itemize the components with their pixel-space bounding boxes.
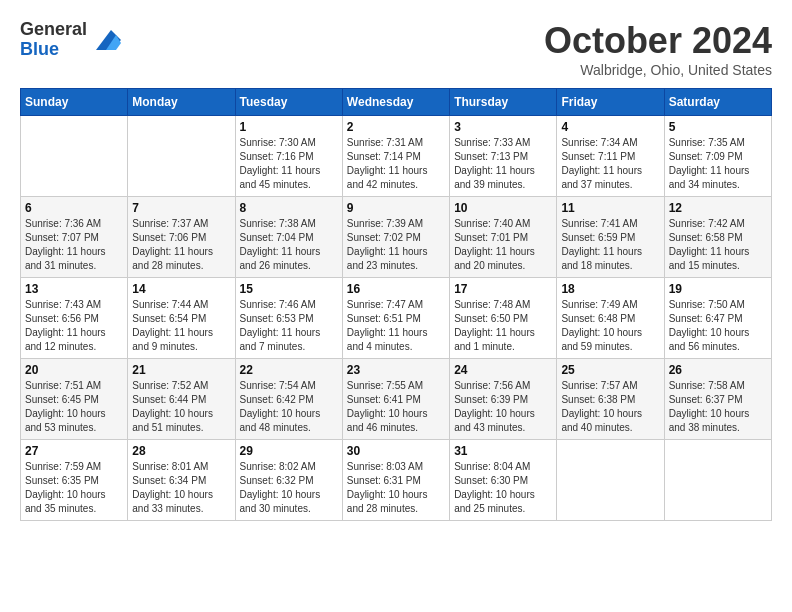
day-number: 7 [132, 201, 230, 215]
day-number: 11 [561, 201, 659, 215]
calendar-cell: 5Sunrise: 7:35 AM Sunset: 7:09 PM Daylig… [664, 116, 771, 197]
calendar-cell: 17Sunrise: 7:48 AM Sunset: 6:50 PM Dayli… [450, 278, 557, 359]
calendar-cell: 19Sunrise: 7:50 AM Sunset: 6:47 PM Dayli… [664, 278, 771, 359]
day-number: 21 [132, 363, 230, 377]
day-info: Sunrise: 7:44 AM Sunset: 6:54 PM Dayligh… [132, 298, 230, 354]
weekday-tuesday: Tuesday [235, 89, 342, 116]
calendar-cell: 7Sunrise: 7:37 AM Sunset: 7:06 PM Daylig… [128, 197, 235, 278]
day-number: 25 [561, 363, 659, 377]
day-number: 27 [25, 444, 123, 458]
day-info: Sunrise: 7:52 AM Sunset: 6:44 PM Dayligh… [132, 379, 230, 435]
calendar-cell: 16Sunrise: 7:47 AM Sunset: 6:51 PM Dayli… [342, 278, 449, 359]
day-info: Sunrise: 7:36 AM Sunset: 7:07 PM Dayligh… [25, 217, 123, 273]
calendar-cell [664, 440, 771, 521]
day-number: 28 [132, 444, 230, 458]
day-number: 15 [240, 282, 338, 296]
day-info: Sunrise: 7:40 AM Sunset: 7:01 PM Dayligh… [454, 217, 552, 273]
day-info: Sunrise: 7:51 AM Sunset: 6:45 PM Dayligh… [25, 379, 123, 435]
day-info: Sunrise: 8:04 AM Sunset: 6:30 PM Dayligh… [454, 460, 552, 516]
logo: General Blue [20, 20, 121, 60]
calendar-cell: 8Sunrise: 7:38 AM Sunset: 7:04 PM Daylig… [235, 197, 342, 278]
day-number: 14 [132, 282, 230, 296]
day-info: Sunrise: 7:50 AM Sunset: 6:47 PM Dayligh… [669, 298, 767, 354]
calendar-cell: 6Sunrise: 7:36 AM Sunset: 7:07 PM Daylig… [21, 197, 128, 278]
day-number: 1 [240, 120, 338, 134]
day-info: Sunrise: 7:59 AM Sunset: 6:35 PM Dayligh… [25, 460, 123, 516]
location: Walbridge, Ohio, United States [544, 62, 772, 78]
calendar-week-5: 27Sunrise: 7:59 AM Sunset: 6:35 PM Dayli… [21, 440, 772, 521]
calendar-cell: 4Sunrise: 7:34 AM Sunset: 7:11 PM Daylig… [557, 116, 664, 197]
day-info: Sunrise: 7:46 AM Sunset: 6:53 PM Dayligh… [240, 298, 338, 354]
calendar-cell: 23Sunrise: 7:55 AM Sunset: 6:41 PM Dayli… [342, 359, 449, 440]
day-number: 22 [240, 363, 338, 377]
day-number: 5 [669, 120, 767, 134]
day-number: 2 [347, 120, 445, 134]
day-info: Sunrise: 7:37 AM Sunset: 7:06 PM Dayligh… [132, 217, 230, 273]
page-header: General Blue October 2024 Walbridge, Ohi… [20, 20, 772, 78]
day-number: 20 [25, 363, 123, 377]
calendar-cell: 9Sunrise: 7:39 AM Sunset: 7:02 PM Daylig… [342, 197, 449, 278]
calendar-cell: 22Sunrise: 7:54 AM Sunset: 6:42 PM Dayli… [235, 359, 342, 440]
calendar-cell: 31Sunrise: 8:04 AM Sunset: 6:30 PM Dayli… [450, 440, 557, 521]
calendar-cell: 15Sunrise: 7:46 AM Sunset: 6:53 PM Dayli… [235, 278, 342, 359]
calendar-cell: 10Sunrise: 7:40 AM Sunset: 7:01 PM Dayli… [450, 197, 557, 278]
day-number: 29 [240, 444, 338, 458]
weekday-saturday: Saturday [664, 89, 771, 116]
day-info: Sunrise: 7:54 AM Sunset: 6:42 PM Dayligh… [240, 379, 338, 435]
weekday-friday: Friday [557, 89, 664, 116]
day-number: 8 [240, 201, 338, 215]
day-number: 31 [454, 444, 552, 458]
day-info: Sunrise: 7:30 AM Sunset: 7:16 PM Dayligh… [240, 136, 338, 192]
weekday-thursday: Thursday [450, 89, 557, 116]
calendar-cell: 14Sunrise: 7:44 AM Sunset: 6:54 PM Dayli… [128, 278, 235, 359]
calendar-cell: 11Sunrise: 7:41 AM Sunset: 6:59 PM Dayli… [557, 197, 664, 278]
calendar-cell: 12Sunrise: 7:42 AM Sunset: 6:58 PM Dayli… [664, 197, 771, 278]
day-info: Sunrise: 7:47 AM Sunset: 6:51 PM Dayligh… [347, 298, 445, 354]
day-info: Sunrise: 7:56 AM Sunset: 6:39 PM Dayligh… [454, 379, 552, 435]
day-info: Sunrise: 7:49 AM Sunset: 6:48 PM Dayligh… [561, 298, 659, 354]
day-number: 17 [454, 282, 552, 296]
day-info: Sunrise: 7:35 AM Sunset: 7:09 PM Dayligh… [669, 136, 767, 192]
weekday-sunday: Sunday [21, 89, 128, 116]
day-info: Sunrise: 7:34 AM Sunset: 7:11 PM Dayligh… [561, 136, 659, 192]
calendar-cell: 3Sunrise: 7:33 AM Sunset: 7:13 PM Daylig… [450, 116, 557, 197]
day-number: 10 [454, 201, 552, 215]
calendar-body: 1Sunrise: 7:30 AM Sunset: 7:16 PM Daylig… [21, 116, 772, 521]
day-info: Sunrise: 7:58 AM Sunset: 6:37 PM Dayligh… [669, 379, 767, 435]
logo-text: General Blue [20, 20, 87, 60]
calendar-cell: 2Sunrise: 7:31 AM Sunset: 7:14 PM Daylig… [342, 116, 449, 197]
day-number: 12 [669, 201, 767, 215]
calendar-cell: 24Sunrise: 7:56 AM Sunset: 6:39 PM Dayli… [450, 359, 557, 440]
day-info: Sunrise: 7:41 AM Sunset: 6:59 PM Dayligh… [561, 217, 659, 273]
day-info: Sunrise: 7:43 AM Sunset: 6:56 PM Dayligh… [25, 298, 123, 354]
day-info: Sunrise: 7:38 AM Sunset: 7:04 PM Dayligh… [240, 217, 338, 273]
day-info: Sunrise: 7:42 AM Sunset: 6:58 PM Dayligh… [669, 217, 767, 273]
day-info: Sunrise: 8:01 AM Sunset: 6:34 PM Dayligh… [132, 460, 230, 516]
logo-blue: Blue [20, 39, 59, 59]
calendar-cell: 1Sunrise: 7:30 AM Sunset: 7:16 PM Daylig… [235, 116, 342, 197]
weekday-monday: Monday [128, 89, 235, 116]
calendar-cell: 13Sunrise: 7:43 AM Sunset: 6:56 PM Dayli… [21, 278, 128, 359]
day-info: Sunrise: 7:33 AM Sunset: 7:13 PM Dayligh… [454, 136, 552, 192]
calendar-cell: 20Sunrise: 7:51 AM Sunset: 6:45 PM Dayli… [21, 359, 128, 440]
calendar-cell: 18Sunrise: 7:49 AM Sunset: 6:48 PM Dayli… [557, 278, 664, 359]
calendar-week-3: 13Sunrise: 7:43 AM Sunset: 6:56 PM Dayli… [21, 278, 772, 359]
logo-icon [91, 25, 121, 55]
title-area: October 2024 Walbridge, Ohio, United Sta… [544, 20, 772, 78]
day-number: 26 [669, 363, 767, 377]
calendar-cell: 21Sunrise: 7:52 AM Sunset: 6:44 PM Dayli… [128, 359, 235, 440]
calendar-cell: 25Sunrise: 7:57 AM Sunset: 6:38 PM Dayli… [557, 359, 664, 440]
day-info: Sunrise: 7:57 AM Sunset: 6:38 PM Dayligh… [561, 379, 659, 435]
day-info: Sunrise: 7:39 AM Sunset: 7:02 PM Dayligh… [347, 217, 445, 273]
day-number: 3 [454, 120, 552, 134]
day-number: 30 [347, 444, 445, 458]
calendar-week-1: 1Sunrise: 7:30 AM Sunset: 7:16 PM Daylig… [21, 116, 772, 197]
calendar-cell [21, 116, 128, 197]
month-title: October 2024 [544, 20, 772, 62]
calendar-cell: 27Sunrise: 7:59 AM Sunset: 6:35 PM Dayli… [21, 440, 128, 521]
day-number: 4 [561, 120, 659, 134]
logo-general: General [20, 19, 87, 39]
calendar-week-2: 6Sunrise: 7:36 AM Sunset: 7:07 PM Daylig… [21, 197, 772, 278]
calendar-week-4: 20Sunrise: 7:51 AM Sunset: 6:45 PM Dayli… [21, 359, 772, 440]
calendar-cell [128, 116, 235, 197]
